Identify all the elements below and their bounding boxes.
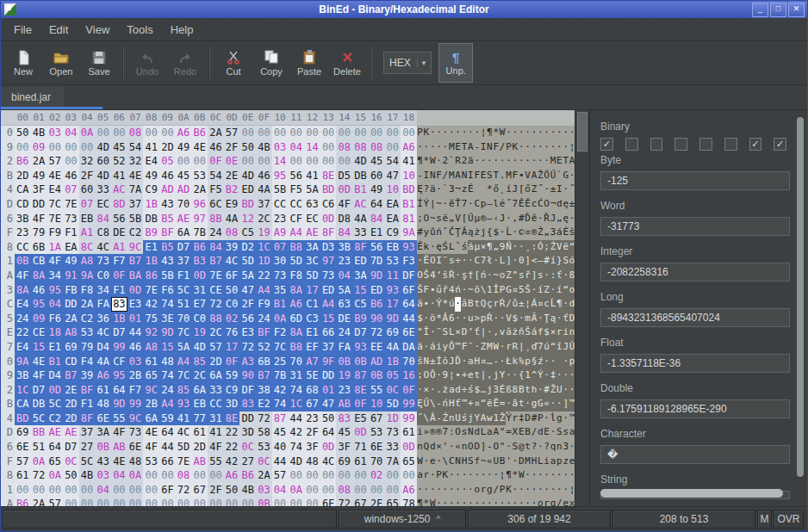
preview-char-cell[interactable]: · [512, 483, 518, 498]
menu-help[interactable]: Help [163, 21, 202, 39]
hex-byte-cell[interactable]: 87 [272, 411, 289, 426]
preview-char-cell[interactable]: 0 [519, 254, 525, 269]
hex-byte-cell[interactable]: 00 [320, 154, 337, 169]
preview-char-cell[interactable]: V [455, 212, 461, 226]
hex-byte-cell[interactable]: 4E [143, 425, 159, 440]
preview-char-cell[interactable]: a [449, 383, 455, 398]
hex-byte-cell[interactable]: 64 [320, 425, 337, 440]
preview-char-cell[interactable]: M [550, 154, 556, 169]
hex-byte-cell[interactable]: EC [304, 212, 320, 226]
hex-byte-cell[interactable]: 72 [369, 325, 385, 340]
hex-byte-cell[interactable]: 6A [143, 411, 159, 426]
hex-byte-cell[interactable]: C3 [304, 312, 320, 326]
preview-char-cell[interactable]: · [562, 368, 569, 383]
preview-char-cell[interactable]: O [544, 197, 550, 212]
hex-byte-cell[interactable]: DE [336, 312, 352, 326]
preview-char-cell[interactable]: • [423, 297, 429, 312]
preview-char-cell[interactable]: · [417, 140, 423, 155]
hex-byte-cell[interactable]: 0C [384, 383, 401, 398]
hex-byte-cell[interactable]: 48 [127, 455, 144, 469]
preview-char-cell[interactable]: · [430, 383, 436, 398]
hex-byte-cell[interactable]: 5D [384, 397, 401, 411]
hex-byte-cell[interactable]: 77 [191, 411, 208, 426]
preview-char-cell[interactable]: A [480, 411, 486, 426]
hex-byte-cell[interactable]: 05 [159, 154, 176, 169]
hex-byte-cell[interactable]: B8 [288, 240, 304, 255]
hex-byte-cell[interactable]: FA [336, 340, 352, 355]
hex-byte-cell[interactable]: 5B [159, 269, 176, 283]
preview-char-cell[interactable]: · [436, 497, 442, 506]
preview-char-cell[interactable]: $ [512, 312, 518, 326]
preview-char-cell[interactable]: o [474, 483, 480, 498]
preview-char-cell[interactable]: · [538, 468, 544, 483]
hex-byte-cell[interactable]: 1D [384, 411, 401, 426]
preview-char-cell[interactable]: Ě [493, 397, 499, 411]
hex-byte-cell[interactable]: B6 [15, 497, 31, 506]
hex-byte-cell[interactable]: B9 [352, 312, 369, 326]
preview-char-cell[interactable]: [ [461, 212, 467, 226]
hex-byte-cell[interactable]: 61 [352, 455, 369, 469]
hex-byte-cell[interactable]: B6 [191, 240, 208, 255]
hex-byte-cell[interactable]: 2D [63, 397, 79, 411]
hex-byte-cell[interactable]: 4F [31, 212, 47, 226]
preview-char-cell[interactable]: * [512, 468, 518, 483]
hex-byte-cell[interactable]: EE [369, 340, 385, 355]
hex-byte-cell[interactable]: EB [191, 397, 208, 411]
preview-char-cell[interactable]: r [544, 497, 550, 506]
hex-byte-cell[interactable]: 69 [63, 340, 79, 355]
preview-char-cell[interactable]: 4 [430, 269, 436, 283]
preview-char-cell[interactable]: * [436, 312, 442, 326]
preview-char-cell[interactable]: ¨ [442, 254, 448, 269]
preview-char-cell[interactable]: ¸ [525, 240, 531, 255]
preview-char-cell[interactable]: Ź [442, 411, 448, 426]
hex-byte-cell[interactable]: 00 [79, 140, 96, 155]
hex-byte-cell[interactable]: AD [176, 182, 192, 197]
preview-char-cell[interactable]: | [519, 340, 525, 355]
hex-byte-cell[interactable]: 43 [159, 197, 176, 212]
preview-char-cell[interactable]: · [442, 197, 448, 212]
preview-char-cell[interactable]: · [499, 497, 505, 506]
preview-char-cell[interactable]: · [449, 126, 455, 140]
preview-char-cell[interactable]: ą [468, 226, 474, 240]
preview-char-cell[interactable]: î [556, 340, 562, 355]
hex-byte-cell[interactable]: 73 [320, 269, 337, 283]
hex-byte-cell[interactable]: 3A [352, 269, 369, 283]
hex-byte-cell[interactable]: 8E [224, 411, 240, 426]
preview-char-cell[interactable]: 8 [512, 383, 518, 398]
preview-char-cell[interactable]: I [556, 182, 562, 197]
hex-byte-cell[interactable]: E1 [143, 240, 159, 255]
preview-char-cell[interactable]: ¶ [417, 497, 423, 506]
preview-char-cell[interactable]: · [538, 212, 544, 226]
preview-char-cell[interactable]: C [474, 197, 480, 212]
hex-byte-cell[interactable]: 00 [352, 468, 369, 483]
hex-byte-cell[interactable]: BD [239, 197, 256, 212]
hex-byte-cell[interactable]: BF [159, 226, 176, 240]
hex-byte-cell[interactable]: 00 [143, 126, 159, 140]
preview-char-cell[interactable]: · [512, 126, 518, 140]
preview-char-cell[interactable]: × [550, 325, 556, 340]
hex-byte-cell[interactable]: 00 [159, 497, 176, 506]
preview-char-cell[interactable]: · [506, 212, 512, 226]
preview-char-cell[interactable]: r [506, 340, 512, 355]
hex-byte-cell[interactable]: 7C [47, 197, 63, 212]
preview-char-cell[interactable]: s [562, 425, 569, 440]
hex-byte-cell[interactable]: E3 [127, 297, 144, 312]
hex-byte-cell[interactable]: E4 [15, 297, 31, 312]
preview-char-cell[interactable]: · [550, 425, 556, 440]
hex-byte-cell[interactable]: 9F [320, 355, 337, 369]
preview-char-cell[interactable]: ö [430, 312, 436, 326]
preview-char-cell[interactable]: · [525, 468, 531, 483]
preview-char-cell[interactable]: , [512, 212, 518, 226]
hex-byte-cell[interactable]: 63 [304, 197, 320, 212]
preview-char-cell[interactable]: ß [506, 383, 512, 398]
preview-char-cell[interactable]: † [468, 269, 474, 283]
hex-byte-cell[interactable]: F1 [111, 283, 127, 298]
hex-byte-cell[interactable]: 0D [336, 182, 352, 197]
preview-char-cell[interactable]: · [474, 497, 480, 506]
hex-byte-cell[interactable]: 79 [31, 226, 47, 240]
preview-char-cell[interactable]: J [562, 340, 569, 355]
preview-char-cell[interactable]: “ [550, 340, 556, 355]
preview-char-cell[interactable]: · [468, 254, 474, 269]
preview-char-cell[interactable]: · [512, 254, 518, 269]
preview-char-cell[interactable]: B [525, 425, 531, 440]
